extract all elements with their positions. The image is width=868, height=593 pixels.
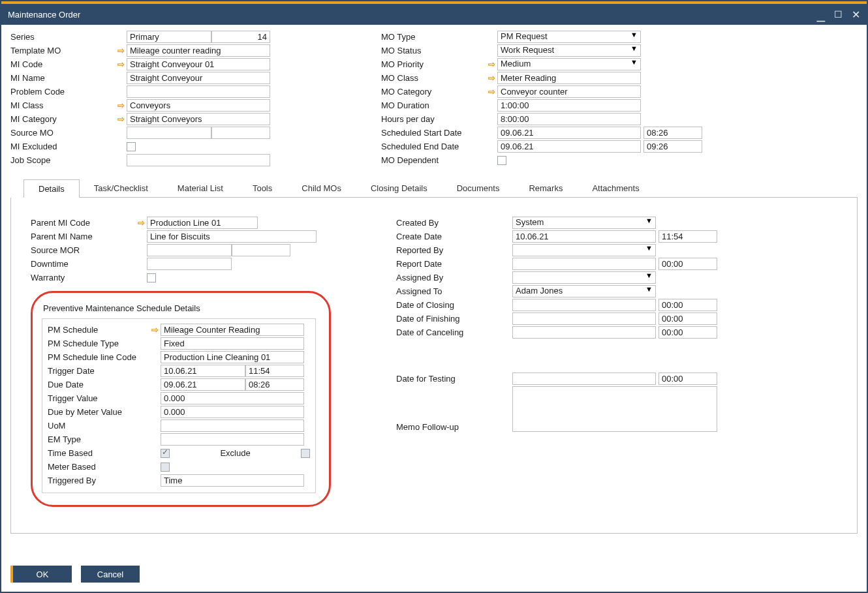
arrow-icon[interactable]: ⇨ [149,325,161,335]
mo-duration-input[interactable] [497,99,641,112]
ok-button[interactable]: OK [13,566,72,583]
date-canceling-time-input[interactable] [659,326,717,339]
pm-schedule-type-input[interactable] [161,337,304,350]
cancel-button[interactable]: Cancel [81,566,140,583]
sched-start-date-input[interactable] [497,127,641,139]
triggered-by-input[interactable] [161,474,304,487]
date-finishing-input[interactable] [512,312,656,325]
mi-category-input[interactable] [127,113,270,125]
window-title: Maintenance Order [8,10,817,20]
exclude-label: Exclude [170,448,301,458]
trigger-time-input[interactable] [245,365,304,377]
tab-documents[interactable]: Documents [442,179,515,197]
arrow-icon[interactable]: ⇨ [115,59,127,69]
mo-type-select[interactable]: PM Request ▼ [497,31,641,43]
time-based-checkbox [161,449,170,458]
mo-category-label: MO Category [381,87,486,97]
sched-end-date-input[interactable] [497,140,641,153]
sched-end-time-input[interactable] [643,140,702,153]
date-closing-label: Date of Closing [396,300,501,310]
arrow-icon[interactable]: ⇨ [135,218,147,228]
titlebar: Maintenance Order _ ☐ ✕ [1,4,867,25]
assigned-to-select[interactable]: Adam Jones ▼ [512,285,656,297]
report-time-input[interactable] [659,258,717,270]
source-mo-input-2[interactable] [211,127,270,139]
assigned-by-select[interactable]: ▼ [512,271,656,284]
parent-mi-code-input[interactable] [147,217,258,229]
mo-status-select[interactable]: Work Request ▼ [497,44,641,57]
mo-type-label: MO Type [381,32,486,42]
series-value-input[interactable] [127,31,211,43]
series-number-input[interactable] [211,31,270,43]
due-time-input[interactable] [245,378,304,391]
mo-class-input[interactable] [497,72,641,84]
em-type-input[interactable] [161,433,304,446]
tab-tools[interactable]: Tools [238,179,287,197]
maximize-icon[interactable]: ☐ [834,9,843,20]
reported-by-select[interactable]: ▼ [512,244,656,256]
due-by-meter-input[interactable] [161,406,304,418]
pm-schedule-input[interactable] [161,324,304,336]
trigger-value-input[interactable] [161,392,304,404]
arrow-icon[interactable]: ⇨ [486,87,497,97]
pm-group-box: PM Schedule ⇨ PM Schedule Type ⇨ [42,318,316,493]
hours-per-day-input[interactable] [497,113,641,125]
triggered-by-label: Triggered By [48,476,149,485]
mi-excluded-checkbox[interactable] [127,142,136,151]
mi-name-input[interactable] [127,72,270,84]
create-time-input[interactable] [659,230,717,243]
trigger-date-input[interactable] [161,365,245,377]
trigger-date-label: Trigger Date [48,366,149,376]
date-closing-time-input[interactable] [659,299,717,311]
time-based-label: Time Based [48,448,149,458]
report-date-input[interactable] [512,258,656,270]
tab-closing-details[interactable]: Closing Details [356,179,442,197]
memo-followup-textarea[interactable] [512,386,717,432]
memo-followup-label: Memo Follow-up [396,422,501,432]
tab-task-checklist[interactable]: Task/Checklist [79,179,163,197]
downtime-input[interactable] [147,258,232,270]
tab-attachments[interactable]: Attachments [577,179,654,197]
date-canceling-input[interactable] [512,326,656,339]
warranty-label: Warranty [31,273,135,282]
arrow-icon[interactable]: ⇨ [115,46,127,55]
problem-code-input[interactable] [127,85,270,98]
create-date-input[interactable] [512,230,656,243]
arrow-icon[interactable]: ⇨ [115,100,127,110]
created-by-select[interactable]: System ▼ [512,217,656,229]
arrow-icon[interactable]: ⇨ [486,73,497,83]
tab-panel-details: Parent MI Code ⇨ Parent MI Name ⇨ Source… [10,198,858,534]
close-icon[interactable]: ✕ [852,8,860,21]
template-mo-input[interactable] [127,44,270,57]
due-date-input[interactable] [161,378,245,391]
tab-material-list[interactable]: Material List [163,179,238,197]
assigned-to-value: Adam Jones [516,286,563,296]
source-mor-input-2[interactable] [232,244,290,256]
mo-dependent-checkbox[interactable] [497,156,506,165]
warranty-checkbox[interactable] [147,273,156,282]
mo-priority-select[interactable]: Medium ▼ [497,58,641,70]
sched-start-time-input[interactable] [643,127,702,139]
date-testing-time-input[interactable] [659,373,717,385]
report-date-label: Report Date [396,259,501,269]
tab-details[interactable]: Details [23,179,80,198]
minimize-icon[interactable]: _ [817,11,825,18]
reported-by-label: Reported By [396,245,501,255]
source-mor-input-1[interactable] [147,244,232,256]
parent-mi-name-input[interactable] [147,230,317,243]
job-scope-input[interactable] [127,154,270,166]
date-finishing-time-input[interactable] [659,312,717,325]
tab-child-mos[interactable]: Child MOs [287,179,356,197]
tab-remarks[interactable]: Remarks [514,179,578,197]
date-closing-input[interactable] [512,299,656,311]
pm-schedule-line-code-input[interactable] [161,351,304,363]
date-testing-input[interactable] [512,373,656,385]
uom-input[interactable] [161,419,304,432]
created-by-label: Created By [396,218,501,228]
mi-class-input[interactable] [127,99,270,112]
mi-code-input[interactable] [127,58,270,70]
source-mo-input-1[interactable] [127,127,211,139]
arrow-icon[interactable]: ⇨ [115,114,127,124]
arrow-icon[interactable]: ⇨ [486,59,497,69]
mo-category-input[interactable] [497,85,641,98]
